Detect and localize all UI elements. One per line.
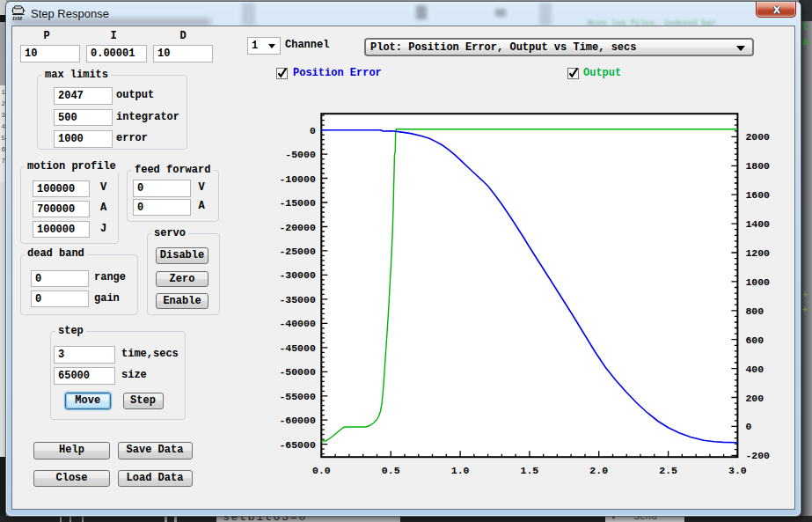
svg-text:0.5: 0.5 [382,465,400,476]
svg-text:1.0: 1.0 [451,465,470,476]
svg-text:1400: 1400 [745,218,770,230]
svg-text:-5000: -5000 [285,149,316,160]
svg-text:0: 0 [310,125,316,136]
svg-text:-45000: -45000 [279,342,316,354]
svg-text:400: 400 [745,364,764,375]
svg-text:-25000: -25000 [279,246,316,257]
svg-text:1600: 1600 [745,189,770,201]
svg-text:600: 600 [745,335,764,346]
svg-text:-60000: -60000 [279,415,316,426]
svg-text:-30000: -30000 [279,269,316,281]
svg-text:2.5: 2.5 [659,465,677,476]
svg-text:-10000: -10000 [279,173,316,185]
svg-text:3.0: 3.0 [728,465,747,476]
svg-text:-40000: -40000 [279,318,316,329]
svg-text:2000: 2000 [745,131,770,143]
svg-text:-50000: -50000 [279,366,316,378]
svg-text:1.5: 1.5 [521,465,539,476]
svg-text:800: 800 [745,305,764,317]
svg-text:1800: 1800 [745,160,770,172]
svg-text:200: 200 [745,393,764,404]
svg-text:0: 0 [745,421,751,432]
svg-text:0.0: 0.0 [312,465,331,476]
svg-text:1200: 1200 [745,247,770,259]
svg-text:-35000: -35000 [279,294,316,305]
svg-text:2.0: 2.0 [589,465,608,476]
svg-text:-55000: -55000 [279,391,316,402]
svg-text:-65000: -65000 [279,439,316,451]
svg-text:1000: 1000 [745,276,770,288]
svg-text:-20000: -20000 [279,222,316,233]
svg-text:-15000: -15000 [279,197,316,209]
svg-text:-200: -200 [745,450,770,461]
